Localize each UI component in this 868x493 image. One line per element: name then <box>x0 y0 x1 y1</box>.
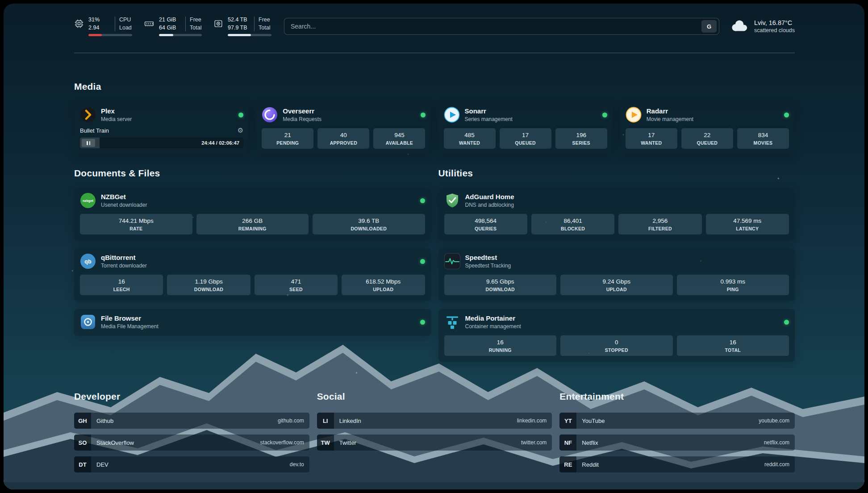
disk-total-label: Total <box>259 25 270 32</box>
stat-leech: 16 LEECH <box>80 275 163 295</box>
adguard-card[interactable]: AdGuard Home DNS and adblocking 498,564 … <box>438 188 795 240</box>
disk-metric: 52.4 TB 97.9 TB Free Total <box>213 17 271 36</box>
dev-icon: DT <box>74 456 91 472</box>
cpu-usage-fill <box>88 34 102 36</box>
bookmark-youtube[interactable]: YT YouTube youtube.com <box>559 413 795 429</box>
disk-usage-fill <box>228 34 251 36</box>
cpu-load-label: Load <box>119 25 132 32</box>
search-input[interactable] <box>291 23 701 30</box>
netflix-icon: NF <box>559 435 576 451</box>
stat-latency: 47.569 ms LATENCY <box>706 214 789 234</box>
stat-queued: 22 QUEUED <box>681 128 733 149</box>
app-name: Plex <box>101 107 132 115</box>
media-section-title: Media <box>74 81 795 92</box>
metric-divider <box>185 17 186 31</box>
nzbget-card[interactable]: nzbget NZBGet Usenet downloader 744.21 M… <box>74 188 431 240</box>
media-section: Media Plex Media server <box>74 81 795 155</box>
filebrowser-card[interactable]: File Browser Media File Management <box>74 309 431 336</box>
app-subtitle: Media Requests <box>283 116 321 122</box>
dashboard-screen: 31% 2.94 CPU Load <box>4 4 864 489</box>
weather-location: Lviv, 16.87°C <box>754 19 795 26</box>
ram-free-label: Free <box>190 17 201 24</box>
nzbget-icon: nzbget <box>80 192 96 209</box>
bookmark-reddit[interactable]: RE Reddit reddit.com <box>559 456 795 472</box>
disk-total-value: 97.9 TB <box>228 25 250 32</box>
stat-seed: 471 SEED <box>255 275 338 295</box>
app-name: qBittorrent <box>101 254 147 262</box>
stat-remaining: 266 GB REMAINING <box>196 214 309 234</box>
portainer-card[interactable]: Media Portainer Container management 16 … <box>438 309 795 362</box>
youtube-icon: YT <box>559 413 576 429</box>
app-name: File Browser <box>101 314 159 322</box>
speedtest-card[interactable]: Speedtest Speedtest Tracking 9.65 Gbps D… <box>438 248 795 301</box>
gear-icon[interactable]: ⚙ <box>238 127 243 134</box>
top-bar: 31% 2.94 CPU Load <box>74 13 795 39</box>
search-bar: G <box>284 18 719 35</box>
app-subtitle: Torrent downloader <box>101 263 147 269</box>
stat-available: 945 AVAILABLE <box>373 128 425 149</box>
ram-free-value: 21 GiB <box>159 17 181 24</box>
stat-series: 196 SERIES <box>555 128 607 149</box>
search-engine-button[interactable]: G <box>701 20 717 33</box>
ram-usage-bar <box>159 34 202 36</box>
bookmark-stackoverflow[interactable]: SO StackOverflow stackoverflow.com <box>74 435 309 451</box>
app-name: Overseerr <box>283 107 321 115</box>
qbittorrent-icon: qb <box>80 253 96 269</box>
disk-free-label: Free <box>259 17 270 24</box>
stat-running: 16 RUNNING <box>444 335 557 356</box>
stat-rate: 744.21 Mbps RATE <box>80 214 192 234</box>
system-metrics: 31% 2.94 CPU Load <box>74 17 271 36</box>
stat-pending: 21 PENDING <box>262 128 313 149</box>
app-subtitle: Usenet downloader <box>101 202 147 208</box>
stat-upload: 618.52 Mbps UPLOAD <box>342 275 425 295</box>
stackoverflow-icon: SO <box>74 435 91 451</box>
status-dot <box>238 113 243 117</box>
overseerr-card[interactable]: Overseerr Media Requests 21 PENDING 40 A… <box>256 102 431 155</box>
stat-queries: 498,564 QUERIES <box>444 214 527 234</box>
app-name: Radarr <box>647 107 693 115</box>
ram-total-value: 64 GiB <box>159 25 181 32</box>
developer-section: Developer GH Github github.com SO StackO… <box>74 391 309 472</box>
github-icon: GH <box>74 413 91 429</box>
status-dot <box>421 113 426 117</box>
player-time: 24:44 / 02:06:47 <box>201 140 239 146</box>
weather-condition: scattered clouds <box>754 27 795 33</box>
social-section: Social LI LinkedIn linkedin.com TW Twitt… <box>317 391 552 451</box>
bookmark-linkedin[interactable]: LI LinkedIn linkedin.com <box>317 413 552 429</box>
cpu-metric: 31% 2.94 CPU Load <box>74 17 132 36</box>
bookmark-twitter[interactable]: TW Twitter twitter.com <box>317 435 552 451</box>
radarr-card[interactable]: Radarr Movie management 17 WANTED 22 QUE… <box>620 102 795 155</box>
status-dot <box>420 320 425 325</box>
cpu-label: CPU <box>119 17 132 24</box>
qbittorrent-card[interactable]: qb qBittorrent Torrent downloader 16 LEE… <box>74 248 431 301</box>
status-dot <box>420 259 425 264</box>
stat-upload: 9.24 Gbps UPLOAD <box>560 275 673 295</box>
svg-text:qb: qb <box>84 259 92 265</box>
bookmark-github[interactable]: GH Github github.com <box>74 413 309 429</box>
app-subtitle: Movie management <box>647 116 693 122</box>
stat-stopped: 0 STOPPED <box>560 335 673 356</box>
pause-button[interactable] <box>82 139 95 147</box>
ram-total-label: Total <box>190 25 201 32</box>
filebrowser-icon <box>80 314 96 330</box>
bookmark-dev[interactable]: DT DEV dev.to <box>74 456 309 472</box>
bookmark-netflix[interactable]: NF Netflix netflix.com <box>559 435 795 451</box>
ram-metric: 21 GiB 64 GiB Free Total <box>144 17 202 36</box>
stat-movies: 834 MOVIES <box>737 128 789 149</box>
weather-widget: Lviv, 16.87°C scattered clouds <box>730 19 795 34</box>
speedtest-icon <box>444 253 460 269</box>
now-playing-title: Bullet Train <box>80 127 109 134</box>
status-dot <box>784 320 789 325</box>
app-subtitle: Speedtest Tracking <box>465 263 511 269</box>
linkedin-icon: LI <box>317 413 334 429</box>
ram-usage-fill <box>159 34 173 36</box>
sonarr-icon <box>444 107 460 123</box>
plex-card[interactable]: Plex Media server Bullet Train ⚙ 24:44 /… <box>74 102 249 155</box>
portainer-icon <box>444 314 460 330</box>
social-section-title: Social <box>317 391 552 402</box>
app-name: Media Portainer <box>465 314 521 322</box>
sonarr-card[interactable]: Sonarr Series management 485 WANTED 17 Q… <box>438 102 613 155</box>
utilities-section-title: Utilities <box>438 168 795 179</box>
entertainment-section-title: Entertainment <box>559 391 795 402</box>
status-dot <box>420 198 425 203</box>
